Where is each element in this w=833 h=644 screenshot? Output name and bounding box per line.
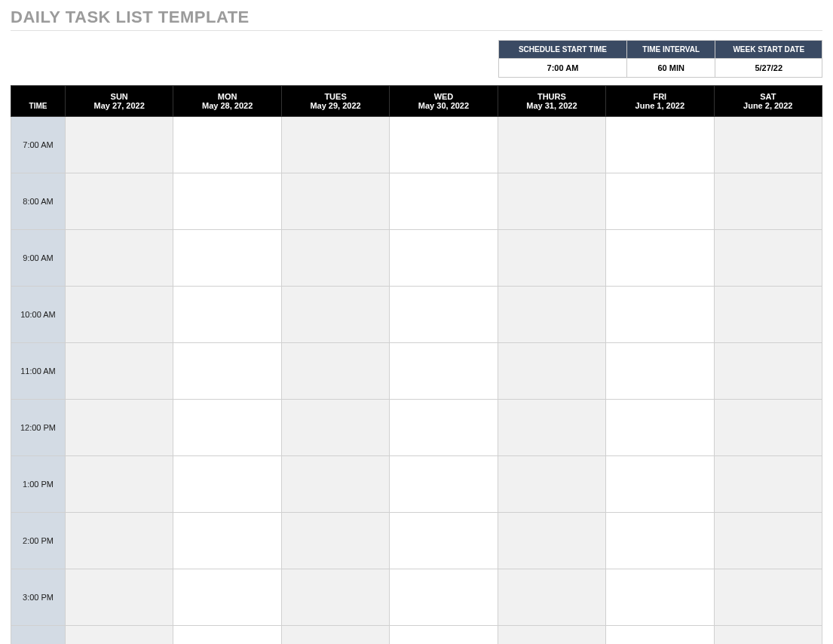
task-cell[interactable] [606,400,714,456]
task-cell[interactable] [606,173,714,230]
task-cell[interactable] [606,569,714,626]
task-cell[interactable] [498,626,605,645]
task-cell[interactable] [281,456,389,513]
task-cell[interactable] [714,513,822,569]
task-cell[interactable] [714,626,822,645]
schedule-row: 1:00 PM [11,456,822,513]
time-cell: 7:00 AM [11,117,66,173]
task-cell[interactable] [66,626,173,645]
task-cell[interactable] [714,173,822,230]
schedule-body: 7:00 AM8:00 AM9:00 AM10:00 AM11:00 AM12:… [11,117,822,645]
task-cell[interactable] [606,626,714,645]
task-cell[interactable] [714,343,822,400]
settings-value-start-time[interactable]: 7:00 AM [499,59,627,78]
settings-value-interval[interactable]: 60 MIN [626,59,715,78]
day-date: May 31, 2022 [501,101,602,110]
task-cell[interactable] [66,287,173,343]
task-cell[interactable] [498,287,605,343]
schedule-row: 9:00 AM [11,230,822,287]
task-cell[interactable] [173,230,281,287]
task-cell[interactable] [498,456,605,513]
task-cell[interactable] [173,569,281,626]
task-cell[interactable] [390,513,498,569]
task-cell[interactable] [173,173,281,230]
task-cell[interactable] [606,117,714,173]
task-cell[interactable] [173,513,281,569]
task-cell[interactable] [714,117,822,173]
day-abbr: FRI [609,92,710,101]
task-cell[interactable] [66,513,173,569]
task-cell[interactable] [281,569,389,626]
task-cell[interactable] [66,400,173,456]
task-cell[interactable] [66,569,173,626]
schedule-header-row: TIME SUN May 27, 2022 MON May 28, 2022 T… [11,86,822,117]
task-cell[interactable] [281,400,389,456]
task-cell[interactable] [173,117,281,173]
task-cell[interactable] [281,117,389,173]
task-cell[interactable] [390,230,498,287]
task-cell[interactable] [714,400,822,456]
task-cell[interactable] [606,343,714,400]
task-cell[interactable] [498,230,605,287]
task-cell[interactable] [390,400,498,456]
task-cell[interactable] [173,400,281,456]
task-cell[interactable] [66,456,173,513]
task-cell[interactable] [498,400,605,456]
task-cell[interactable] [66,230,173,287]
task-cell[interactable] [281,343,389,400]
day-date: May 29, 2022 [285,101,386,110]
task-cell[interactable] [390,343,498,400]
task-cell[interactable] [173,287,281,343]
task-cell[interactable] [714,230,822,287]
task-cell[interactable] [66,117,173,173]
task-cell[interactable] [281,230,389,287]
task-cell[interactable] [173,343,281,400]
settings-value-week-start[interactable]: 5/27/22 [715,59,822,78]
task-cell[interactable] [498,513,605,569]
task-cell[interactable] [498,343,605,400]
day-header-sat: SAT June 2, 2022 [714,86,822,117]
task-cell[interactable] [66,173,173,230]
schedule-row: 3:00 PM [11,569,822,626]
task-cell[interactable] [390,287,498,343]
task-cell[interactable] [498,117,605,173]
settings-header-start-time: SCHEDULE START TIME [499,41,627,59]
settings-header-week-start: WEEK START DATE [715,41,822,59]
task-cell[interactable] [606,287,714,343]
task-cell[interactable] [714,287,822,343]
schedule-row: 4:00 PM [11,626,822,645]
task-cell[interactable] [714,456,822,513]
task-cell[interactable] [173,456,281,513]
task-cell[interactable] [498,173,605,230]
day-date: June 1, 2022 [609,101,710,110]
task-cell[interactable] [281,513,389,569]
time-cell: 10:00 AM [11,287,66,343]
day-header-sun: SUN May 27, 2022 [66,86,173,117]
task-cell[interactable] [390,173,498,230]
task-cell[interactable] [281,173,389,230]
day-header-mon: MON May 28, 2022 [173,86,281,117]
task-cell[interactable] [390,456,498,513]
task-cell[interactable] [390,569,498,626]
schedule-row: 8:00 AM [11,173,822,230]
task-cell[interactable] [606,456,714,513]
day-header-thu: THURS May 31, 2022 [498,86,605,117]
day-header-tue: TUES May 29, 2022 [281,86,389,117]
page-title: DAILY TASK LIST TEMPLATE [11,8,822,31]
time-column-header: TIME [11,86,66,117]
task-cell[interactable] [714,569,822,626]
schedule-table: TIME SUN May 27, 2022 MON May 28, 2022 T… [11,85,822,644]
task-cell[interactable] [390,626,498,645]
schedule-row: 12:00 PM [11,400,822,456]
task-cell[interactable] [281,287,389,343]
task-cell[interactable] [606,513,714,569]
task-cell[interactable] [281,626,389,645]
task-cell[interactable] [173,626,281,645]
time-cell: 8:00 AM [11,173,66,230]
schedule-row: 10:00 AM [11,287,822,343]
day-abbr: WED [393,92,494,101]
task-cell[interactable] [66,343,173,400]
task-cell[interactable] [498,569,605,626]
task-cell[interactable] [606,230,714,287]
task-cell[interactable] [390,117,498,173]
